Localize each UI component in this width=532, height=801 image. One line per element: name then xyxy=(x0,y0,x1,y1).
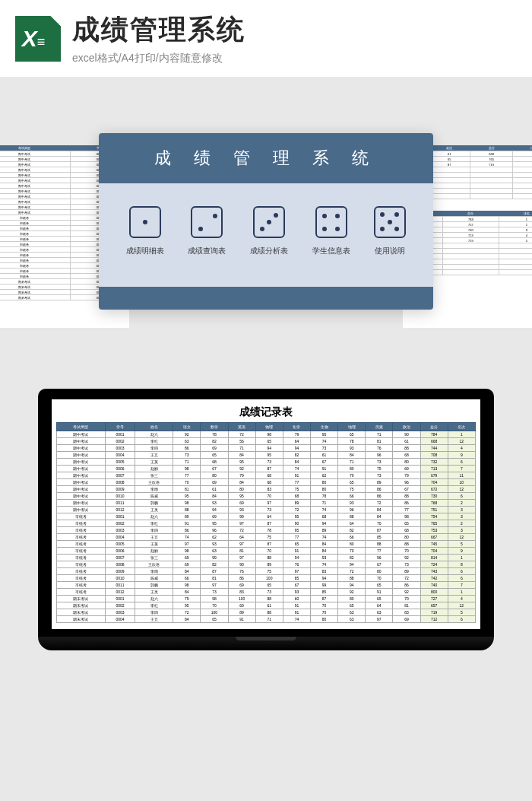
table-header: 学号 xyxy=(105,423,135,431)
table-row: 期末考试0001赵六79981008860878065707274 xyxy=(57,596,476,602)
page-subtitle: excel格式/A4打印/内容随意修改 xyxy=(72,52,245,65)
record-title: 成绩记录表 xyxy=(56,405,476,419)
header-text: 成绩管理系统 excel格式/A4打印/内容随意修改 xyxy=(72,11,245,65)
table-header: 物理 xyxy=(255,423,283,431)
table-row: 期中考试0011郭鹏9893699789719372867682 xyxy=(57,500,476,507)
table-header: 英语 xyxy=(228,423,255,431)
table-row: 期中考试0010陈威9584957068786686887306 xyxy=(57,493,476,500)
table-row: 期中考试0012王灵8894937372749684777513 xyxy=(57,507,476,513)
nav-query[interactable]: 成绩查询表 xyxy=(188,206,226,256)
table-row: 期中考试0004王五7365849582618496687089 xyxy=(57,452,476,459)
table-row: 期末考试0004王五8465917174806397697126 xyxy=(57,616,476,623)
table-header: 数学 xyxy=(201,423,228,431)
table-row: 期末考试0002李红95706061917065648165712 xyxy=(57,602,476,609)
table-header: 名次 xyxy=(448,423,475,431)
laptop-base xyxy=(38,637,494,650)
header: X≡ 成绩管理系统 excel格式/A4打印/内容随意修改 xyxy=(0,0,532,77)
table-row: 市统考0005王英9793978765848088887455 xyxy=(57,541,476,548)
main-card: 成 绩 管 理 系 统 成绩明细表 成绩查询表 成绩分析表 学生信息表 使用说明 xyxy=(99,133,433,310)
table-row: 期中考试0009李雨81618083758075866767212 xyxy=(57,486,476,493)
table-header: 化学 xyxy=(283,423,310,431)
card-footer xyxy=(99,287,433,310)
table-row: 市统考0011郭鹏9897696567999465867407 xyxy=(57,582,476,589)
table-row: 期中考试0003李四8669719494739376887444 xyxy=(57,445,476,452)
table-header: 姓名 xyxy=(135,423,173,431)
table-header: 历史 xyxy=(366,423,393,431)
nav-student[interactable]: 学生信息表 xyxy=(312,206,350,256)
card-nav: 成绩明细表 成绩查询表 成绩分析表 学生信息表 使用说明 xyxy=(99,183,433,287)
laptop-section: 成绩记录表 考试类型学号姓名语文数学英语物理化学生物地理历史政治总分名次期中考试… xyxy=(0,366,532,650)
table-row: 期中考试0002李红63825665647478816166812 xyxy=(57,438,476,445)
card-title: 成 绩 管 理 系 统 xyxy=(99,133,433,183)
page-title: 成绩管理系统 xyxy=(72,11,245,49)
table-header: 语文 xyxy=(173,423,201,431)
table-row: 期中考试0001赵六9278729879956571907841 xyxy=(57,431,476,438)
excel-file-icon: X≡ xyxy=(15,16,61,62)
table-row: 市统考0003李四8696727895898287687533 xyxy=(57,527,476,534)
table-row: 市统考0004王五74626475777466858066712 xyxy=(57,534,476,541)
laptop-screen: 成绩记录表 考试类型学号姓名语文数学英语物理化学生物地理历史政治总分名次期中考试… xyxy=(38,389,494,637)
table-row: 期中考试0006赵丽9867928774918075697137 xyxy=(57,466,476,472)
nav-help[interactable]: 使用说明 xyxy=(374,206,406,256)
dice-4-icon xyxy=(315,206,347,238)
dice-2-icon xyxy=(191,206,223,238)
table-row: 期中考试0007张三77807968916270737967911 xyxy=(57,472,476,479)
table-header: 考试类型 xyxy=(57,423,106,431)
table-row: 市统考0008王欣语6982908976749467737248 xyxy=(57,561,476,568)
nav-detail[interactable]: 成绩明细表 xyxy=(126,206,164,256)
table-row: 期末考试0003李四72100898891706363837195 xyxy=(57,609,476,616)
table-row: 市统考0012王灵8473837393859291928001 xyxy=(57,589,476,596)
table-row: 市统考0007张三6999978894938296928141 xyxy=(57,555,476,561)
preview-section: 考试类型学号期中考试0001期中考试0002期中考试0003期中考试0004期中… xyxy=(0,77,532,366)
table-row: 市统考0010陈威66818610085948870727426 xyxy=(57,575,476,582)
table-row: 期中考试0008王欣语70698468778065899670410 xyxy=(57,479,476,486)
table-row: 市统考0001赵六8969996495688884987543 xyxy=(57,513,476,520)
record-table: 考试类型学号姓名语文数学英语物理化学生物地理历史政治总分名次期中考试0001赵六… xyxy=(56,422,476,623)
dice-1-icon xyxy=(129,206,161,238)
table-header: 总分 xyxy=(420,423,448,431)
table-row: 市统考0009李雨8487767597837280897436 xyxy=(57,568,476,575)
nav-analysis[interactable]: 成绩分析表 xyxy=(250,206,288,256)
dice-3-icon xyxy=(253,206,285,238)
table-header: 地理 xyxy=(338,423,366,431)
table-row: 市统考0006赵丽9863817091847077707049 xyxy=(57,548,476,555)
table-row: 市统考0002李红9195978790946470657652 xyxy=(57,520,476,527)
table-header: 政治 xyxy=(393,423,420,431)
table-row: 期中考试0005王英7168957384677173807326 xyxy=(57,459,476,466)
table-header: 生物 xyxy=(310,423,337,431)
dice-5-icon xyxy=(374,206,406,238)
laptop-mockup: 成绩记录表 考试类型学号姓名语文数学英语物理化学生物地理历史政治总分名次期中考试… xyxy=(38,389,494,650)
